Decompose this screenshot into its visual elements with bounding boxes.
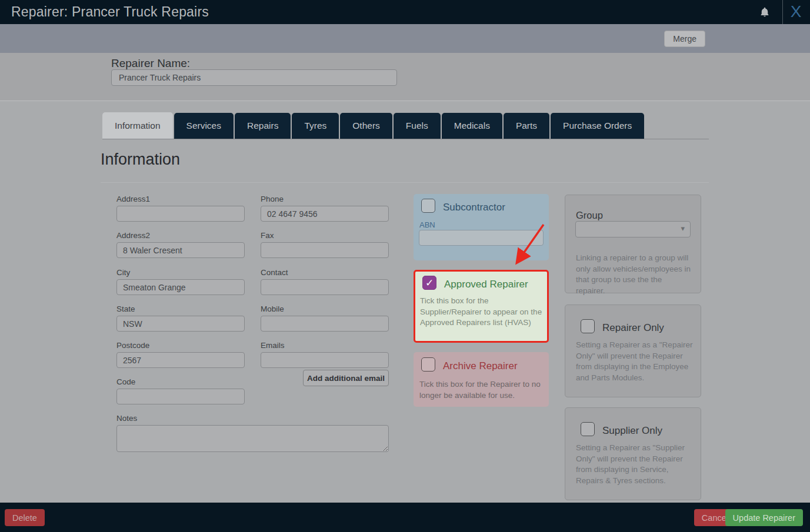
repairer-modal: Repairer: Prancer Truck Repairs X Merge … bbox=[0, 0, 810, 532]
tab-bar: Information Services Repairs Tyres Other… bbox=[102, 113, 709, 139]
postcode-label: Postcode bbox=[116, 341, 149, 350]
tab-parts[interactable]: Parts bbox=[504, 113, 549, 139]
repairer-name-section: Repairer Name: bbox=[0, 53, 810, 101]
modal-header: Repairer: Prancer Truck Repairs X bbox=[0, 0, 810, 24]
delete-button[interactable]: Delete bbox=[5, 509, 45, 526]
repairer-only-label: Repairer Only bbox=[602, 322, 664, 334]
subcontractor-checkbox[interactable] bbox=[421, 199, 435, 213]
tab-others[interactable]: Others bbox=[340, 113, 392, 139]
merge-button[interactable]: Merge bbox=[664, 31, 705, 47]
emails-input[interactable] bbox=[261, 352, 389, 368]
modal-footer: Delete Cancel Update Repairer bbox=[0, 503, 810, 532]
repairer-only-panel: Repairer Only Setting a Repairer as a "R… bbox=[565, 305, 701, 397]
archive-repairer-description: Tick this box for the Repairer to no lon… bbox=[419, 379, 544, 401]
section-title: Information bbox=[101, 150, 180, 169]
group-panel: Group ▾ Linking a repairer to a group wi… bbox=[565, 195, 701, 293]
fax-label: Fax bbox=[261, 231, 274, 240]
repairer-only-checkbox[interactable] bbox=[581, 319, 595, 333]
repairer-only-description: Setting a Repairer as a "Repairer Only" … bbox=[576, 340, 695, 383]
tab-information[interactable]: Information bbox=[102, 112, 173, 139]
mobile-input[interactable] bbox=[261, 316, 389, 332]
repairer-name-input[interactable] bbox=[111, 69, 397, 86]
tab-tyres[interactable]: Tyres bbox=[292, 113, 339, 139]
page-title: Repairer: Prancer Truck Repairs bbox=[11, 4, 209, 20]
address2-input[interactable] bbox=[116, 242, 245, 258]
contact-label: Contact bbox=[261, 268, 288, 277]
code-input[interactable] bbox=[116, 389, 245, 404]
group-select[interactable]: ▾ bbox=[575, 221, 691, 237]
archive-repairer-checkbox[interactable] bbox=[421, 357, 435, 372]
notes-label: Notes bbox=[116, 414, 137, 423]
sub-toolbar: Merge bbox=[0, 24, 810, 53]
notes-textarea[interactable] bbox=[116, 425, 389, 452]
phone-input[interactable] bbox=[261, 206, 389, 222]
approved-repairer-checkbox[interactable]: ✓ bbox=[422, 276, 436, 290]
subcontractor-label: Subcontractor bbox=[443, 202, 505, 213]
approved-repairer-label: Approved Repairer bbox=[444, 279, 528, 290]
state-label: State bbox=[116, 305, 135, 313]
subcontractor-box: Subcontractor ABN bbox=[414, 194, 549, 260]
tab-services[interactable]: Services bbox=[174, 113, 234, 139]
supplier-only-description: Setting a Repairer as "Supplier Only" wi… bbox=[576, 443, 695, 486]
postcode-input[interactable] bbox=[116, 352, 245, 368]
fax-input[interactable] bbox=[261, 242, 389, 258]
city-input[interactable] bbox=[116, 279, 245, 295]
group-label: Group bbox=[576, 210, 603, 221]
approved-repairer-description: Tick this box for the Supplier/Repairer … bbox=[420, 296, 542, 329]
approved-repairer-box: ✓ Approved Repairer Tick this box for th… bbox=[414, 270, 549, 343]
address2-label: Address2 bbox=[116, 231, 150, 240]
supplier-only-panel: Supplier Only Setting a Repairer as "Sup… bbox=[565, 407, 701, 500]
tab-fuels[interactable]: Fuels bbox=[394, 113, 441, 139]
archive-repairer-label: Archive Repairer bbox=[443, 360, 518, 372]
add-additional-email-button[interactable]: Add additional email bbox=[303, 370, 389, 386]
close-icon[interactable]: X bbox=[785, 1, 806, 22]
contact-input[interactable] bbox=[261, 279, 389, 295]
update-repairer-button[interactable]: Update Repairer bbox=[725, 509, 803, 526]
city-label: City bbox=[116, 268, 130, 277]
chevron-down-icon: ▾ bbox=[681, 224, 685, 233]
state-input[interactable] bbox=[116, 316, 245, 332]
abn-input[interactable] bbox=[419, 230, 544, 246]
mobile-label: Mobile bbox=[261, 305, 284, 313]
address1-input[interactable] bbox=[116, 206, 245, 222]
notification-bell-icon[interactable] bbox=[758, 6, 771, 19]
repairer-name-label: Repairer Name: bbox=[111, 57, 190, 70]
supplier-only-checkbox[interactable] bbox=[581, 422, 595, 436]
supplier-only-label: Supplier Only bbox=[602, 425, 662, 437]
phone-label: Phone bbox=[261, 195, 284, 203]
main-content: Information Services Repairs Tyres Other… bbox=[0, 101, 810, 503]
archive-repairer-box: Archive Repairer Tick this box for the R… bbox=[414, 352, 549, 407]
group-description: Linking a repairer to a group will only … bbox=[576, 253, 692, 296]
tab-medicals[interactable]: Medicals bbox=[442, 113, 502, 139]
emails-label: Emails bbox=[261, 341, 285, 350]
header-divider bbox=[782, 0, 783, 24]
abn-label: ABN bbox=[419, 220, 435, 231]
checkmark-icon: ✓ bbox=[425, 277, 434, 289]
section-divider bbox=[101, 182, 709, 183]
tab-repairs[interactable]: Repairs bbox=[235, 113, 291, 139]
tab-purchase-orders[interactable]: Purchase Orders bbox=[551, 113, 644, 139]
code-label: Code bbox=[116, 377, 135, 386]
address1-label: Address1 bbox=[116, 195, 150, 203]
